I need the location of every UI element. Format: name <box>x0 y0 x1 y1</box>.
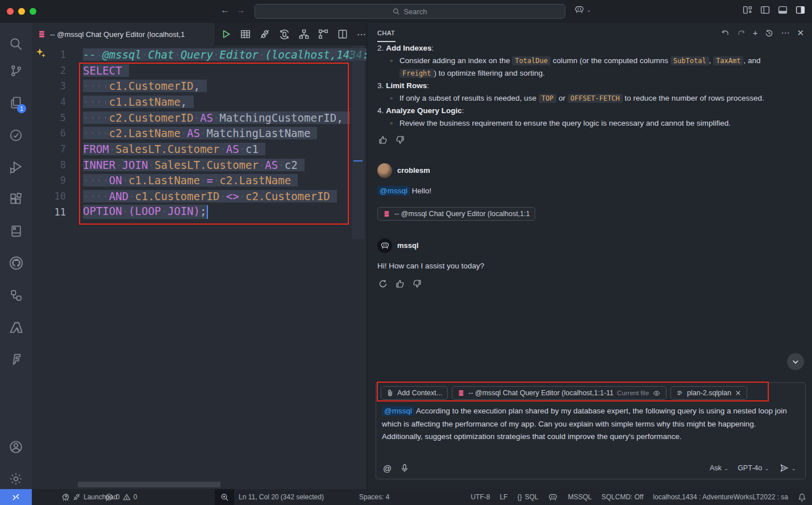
more-actions-icon[interactable]: ⋯ <box>357 29 367 40</box>
navigate-back-icon[interactable]: ← <box>220 5 230 15</box>
explorer-icon[interactable]: 1 <box>0 89 32 117</box>
database-view-icon[interactable] <box>0 217 32 245</box>
database-projects-icon[interactable] <box>0 282 32 309</box>
language-item[interactable]: {}SQL <box>517 493 538 501</box>
github-icon[interactable] <box>0 249 32 276</box>
change-connection-icon[interactable] <box>279 29 290 40</box>
code-line[interactable]: 11OPTION·(LOOP·JOIN); <box>32 204 352 220</box>
bot-name: mssql <box>397 239 419 252</box>
navigate-forward-icon[interactable]: → <box>236 5 245 15</box>
estimated-plan-icon[interactable] <box>299 29 309 39</box>
mention-picker-icon[interactable]: @ <box>383 463 392 473</box>
code-line[interactable]: 1--·@mssql·Chat·Query·Editor·(localhost,… <box>32 47 352 63</box>
problems-item[interactable]: 0 0 <box>105 489 137 505</box>
code-line[interactable]: 6····c2.LastName·AS·MatchingLastName <box>32 125 352 141</box>
close-window-button[interactable] <box>7 8 14 15</box>
results-grid-icon[interactable] <box>240 29 251 39</box>
search-view-icon[interactable] <box>0 30 32 57</box>
code-token: AS <box>187 127 200 139</box>
command-center-search[interactable]: Search <box>255 4 565 19</box>
split-editor-icon[interactable] <box>338 29 348 39</box>
editor-vertical-scrollbar[interactable] <box>352 45 364 239</box>
message-attachment-chip[interactable]: -- @mssql Chat Query Editor (localhost,1… <box>377 207 535 221</box>
close-chat-icon[interactable]: ✕ <box>797 28 804 38</box>
code-token: · <box>219 190 226 202</box>
code-text: ····ON·c1.LastName·=·c2.LastName <box>83 174 298 187</box>
disconnect-icon[interactable] <box>260 29 270 39</box>
microphone-icon[interactable] <box>401 463 409 473</box>
testing-icon[interactable] <box>0 122 32 149</box>
chevron-down-icon: ⌄ <box>586 7 591 13</box>
model-dropdown[interactable]: GPT-4o⌄ <box>735 462 771 474</box>
undo-icon[interactable] <box>721 29 730 38</box>
scroll-to-bottom-button[interactable] <box>787 353 804 370</box>
user-message-header: croblesm <box>377 163 802 178</box>
thumbs-up-icon[interactable] <box>395 279 405 288</box>
redo-icon[interactable] <box>737 29 746 38</box>
rerun-icon[interactable] <box>378 279 388 288</box>
code-line[interactable]: 5····c2.CustomerID·AS·MatchingCustomerID… <box>32 110 352 126</box>
editor-tab[interactable]: -- @mssql Chat Query Editor (localhost,1 <box>32 23 215 45</box>
code-line[interactable]: 9····ON·c1.LastName·=·c2.LastName <box>32 173 352 189</box>
eye-icon[interactable] <box>652 390 661 397</box>
thumbs-down-icon[interactable] <box>395 135 405 144</box>
toggle-secondary-sidebar-icon[interactable] <box>796 5 805 15</box>
eol-item[interactable]: LF <box>499 493 507 501</box>
azure-icon[interactable] <box>0 314 32 341</box>
plan-file-chip[interactable]: plan-2.sqlplan <box>671 386 747 400</box>
maximize-window-button[interactable] <box>30 8 36 15</box>
chevron-down-icon <box>792 358 799 366</box>
editor-pane[interactable]: 1--·@mssql·Chat·Query·Editor·(localhost,… <box>32 45 367 489</box>
copilot-menu[interactable]: ⌄ <box>574 5 591 14</box>
customize-layout-icon[interactable] <box>743 5 752 15</box>
code-line[interactable]: 10····AND·c1.CustomerID·<>·c2.CustomerID <box>32 188 352 204</box>
code-line[interactable]: 7FROM·SalesLT.Customer·AS·c1 <box>32 141 352 157</box>
indentation-item[interactable]: Spaces: 4 <box>359 489 389 505</box>
tab-chat[interactable]: CHAT <box>377 30 395 36</box>
run-debug-icon[interactable] <box>0 154 32 181</box>
accounts-icon[interactable] <box>0 433 32 461</box>
new-chat-icon[interactable]: + <box>753 28 758 38</box>
source-control-icon[interactable] <box>0 57 32 84</box>
thumbs-up-icon[interactable] <box>378 135 388 144</box>
notifications-bell-icon[interactable] <box>798 493 806 502</box>
encoding-item[interactable]: UTF-8 <box>470 493 490 501</box>
chat-more-icon[interactable]: ⋯ <box>781 28 789 38</box>
remote-indicator[interactable] <box>0 489 32 505</box>
chat-history-icon[interactable] <box>765 29 773 38</box>
mssql-item[interactable]: MSSQL <box>568 493 592 501</box>
assistant-bullet: ◦If only a subset of results is needed, … <box>390 92 802 105</box>
mode-dropdown[interactable]: Ask⌄ <box>707 462 731 474</box>
code-line[interactable]: 2SELECT <box>32 63 352 78</box>
toggle-primary-sidebar-icon[interactable] <box>760 5 770 15</box>
settings-gear-icon[interactable] <box>0 465 32 492</box>
current-file-chip[interactable]: -- @mssql Chat Query Editor (localhost,1… <box>452 386 667 400</box>
send-button[interactable]: ⌄ <box>776 462 798 474</box>
extensions-icon[interactable] <box>0 185 32 213</box>
fabric-icon[interactable] <box>0 346 32 373</box>
code-line[interactable]: 4····c1.LastName, <box>32 94 352 110</box>
mssql-mention[interactable]: @mssql <box>377 186 410 196</box>
editor-horizontal-scrollbar[interactable] <box>78 482 220 487</box>
code-token: · <box>109 143 115 155</box>
chat-input-toolbar: @ Ask⌄ GPT-4o⌄ ⌄ <box>376 462 805 474</box>
run-query-icon[interactable] <box>221 29 231 39</box>
code-line[interactable]: 3····c1.CustomerID, <box>32 78 352 94</box>
chevron-down-icon: ⌄ <box>724 465 728 471</box>
chat-input-text[interactable]: @mssql According to the execution plan s… <box>376 400 805 444</box>
connection-item[interactable]: localhost,1434 : AdventureWorksLT2022 : … <box>653 493 788 501</box>
code-token: Query <box>181 48 213 61</box>
toggle-panel-icon[interactable] <box>778 5 788 15</box>
chat-input-box[interactable]: Add Context... -- @mssql Chat Query Edit… <box>376 382 806 479</box>
code-line[interactable]: 8INNER·JOIN·SalesLT.Customer·AS·c2 <box>32 157 352 173</box>
add-context-button[interactable]: Add Context... <box>381 386 448 400</box>
cursor-position-item[interactable]: Ln 11, Col 20 (342 selected) <box>239 489 324 505</box>
sqlcmd-item[interactable]: SQLCMD: Off <box>602 493 644 501</box>
copilot-status-item[interactable] <box>548 493 558 502</box>
minimize-window-button[interactable] <box>18 8 25 15</box>
thumbs-down-icon[interactable] <box>413 279 422 288</box>
sqlcmd-toggle-icon[interactable] <box>318 29 328 39</box>
line-number: 7 <box>32 143 74 155</box>
close-icon[interactable] <box>735 390 742 396</box>
code-token: FROM <box>83 143 109 155</box>
